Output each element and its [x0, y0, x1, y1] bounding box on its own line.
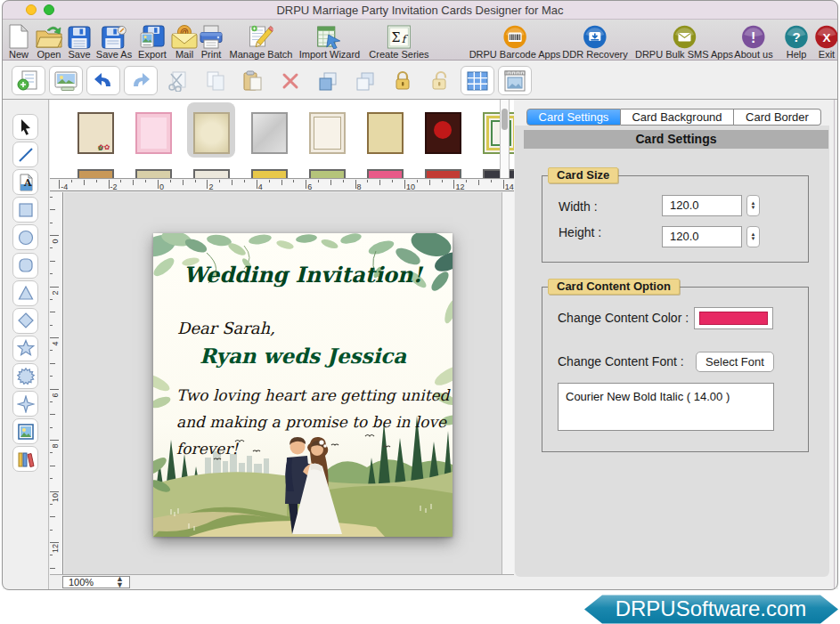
- toolbar-button-ddr-recovery[interactable]: DDR Recovery: [562, 21, 627, 60]
- paste-icon: [242, 70, 264, 92]
- delete-button: [273, 66, 307, 95]
- card-content-group: Card Content Option Change Content Color…: [542, 287, 809, 452]
- template-thumbnail-row2[interactable]: [77, 169, 114, 179]
- tool-rectangle[interactable]: [12, 197, 38, 223]
- invitation-card[interactable]: Wedding Invitation! Dear Sarah, Ryan wed…: [153, 233, 453, 537]
- height-stepper[interactable]: ▲▼: [746, 226, 760, 247]
- toolbar-button-save[interactable]: Save: [68, 21, 91, 60]
- toolbar-button-help[interactable]: ?Help: [785, 21, 809, 60]
- template-thumbnail-row2[interactable]: [367, 169, 404, 179]
- add-design-button[interactable]: [12, 66, 45, 95]
- width-stepper[interactable]: ▲▼: [746, 195, 760, 216]
- toolbar-button-barcode-apps[interactable]: DRPU Barcode Apps: [469, 21, 561, 60]
- card-message-text[interactable]: Two loving heart are getting unitedand m…: [176, 382, 450, 462]
- tool-star[interactable]: [12, 336, 38, 361]
- h-ruler-label: 0: [159, 182, 164, 191]
- tab-card-border[interactable]: Card Border: [734, 109, 821, 126]
- vertical-ruler: 024681012: [50, 192, 63, 574]
- template-thumbnail[interactable]: [193, 112, 230, 154]
- toolbar-button-save-as[interactable]: Save As: [96, 21, 132, 60]
- template-scroll-thumb[interactable]: [502, 109, 508, 130]
- zoom-stepper-icon[interactable]: ▲▼: [116, 576, 124, 588]
- template-thumbnail-row2[interactable]: [309, 169, 346, 179]
- toolbar-button-manage-batch[interactable]: Manage Batch: [230, 21, 293, 60]
- tool-image[interactable]: [12, 418, 38, 444]
- h-ruler-label: 14: [505, 182, 514, 191]
- template-gallery: ✿✿✿: [50, 100, 514, 179]
- card-title-text[interactable]: Wedding Invitation!: [153, 262, 453, 288]
- tool-library[interactable]: [12, 446, 38, 472]
- page-setup-button[interactable]: [498, 66, 532, 95]
- design-canvas[interactable]: Wedding Invitation! Dear Sarah, Ryan wed…: [64, 192, 514, 574]
- tool-text[interactable]: A: [12, 169, 38, 195]
- card-names-text[interactable]: Ryan weds Jessica: [153, 344, 453, 368]
- select-font-button[interactable]: Select Font: [696, 352, 774, 372]
- tool-ellipse[interactable]: [12, 224, 38, 250]
- tool-rounded-rectangle[interactable]: [12, 253, 38, 279]
- zoom-control[interactable]: 100% ▲▼: [62, 576, 130, 588]
- tool-pointer[interactable]: [12, 114, 38, 140]
- font-value-box[interactable]: Courier New Bold Italic ( 14.00 ): [558, 383, 774, 431]
- h-ruler-label: -4: [61, 182, 68, 191]
- toolbar-button-print[interactable]: Print: [199, 21, 224, 60]
- toolbar-button-open[interactable]: Open: [36, 21, 62, 60]
- toolbar-label: DRPU Bulk SMS Apps: [635, 49, 733, 60]
- template-thumbnail-row2[interactable]: [193, 169, 230, 179]
- tool-seal[interactable]: [12, 363, 38, 389]
- template-scrollbar[interactable]: [500, 100, 510, 178]
- cut-icon: [167, 70, 189, 92]
- card-size-tag: Card Size: [548, 167, 618, 183]
- toolbar-button-export[interactable]: Export: [138, 21, 167, 60]
- toolbar-button-new[interactable]: New: [8, 21, 29, 60]
- panel-scrollbar[interactable]: [834, 100, 835, 589]
- image-icon: [17, 423, 35, 441]
- v-ruler-label: 12: [51, 543, 60, 554]
- card-greeting-text[interactable]: Dear Sarah,: [177, 319, 275, 337]
- help-icon: ?: [785, 21, 809, 49]
- template-thumbnail[interactable]: [135, 112, 172, 154]
- undo-button[interactable]: [86, 66, 120, 95]
- cut-button: [161, 66, 195, 95]
- grid-button[interactable]: [461, 66, 494, 95]
- tool-four-point-star[interactable]: [12, 391, 38, 417]
- template-thumbnail[interactable]: [425, 112, 461, 154]
- width-input[interactable]: 120.0: [662, 195, 742, 216]
- template-thumbnail-row2[interactable]: [251, 169, 288, 179]
- template-thumbnail[interactable]: ✿✿✿: [77, 112, 114, 154]
- tab-card-settings[interactable]: Card Settings: [526, 109, 621, 126]
- toolbar-button-about-us[interactable]: !About us: [734, 21, 772, 60]
- h-ruler-label: 4: [258, 182, 263, 191]
- svg-text:!: !: [751, 30, 755, 45]
- tool-diamond[interactable]: [12, 308, 38, 334]
- paste-button: [236, 66, 270, 95]
- mail-icon: @: [171, 21, 198, 49]
- height-input[interactable]: 120.0: [662, 226, 742, 247]
- h-ruler-label: 8: [357, 182, 362, 191]
- content-color-swatch[interactable]: [694, 307, 773, 329]
- toolbar-button-create-series[interactable]: ΣfCreate Series: [369, 21, 428, 60]
- template-thumbnail[interactable]: [309, 112, 346, 154]
- tool-triangle[interactable]: [12, 280, 38, 306]
- toolbar-button-bulk-sms-apps[interactable]: DRPU Bulk SMS Apps: [635, 21, 733, 60]
- grid-icon: [466, 70, 489, 92]
- toolbar-label: Import Wizard: [299, 49, 360, 60]
- toolbar-label: DRPU Barcode Apps: [469, 49, 561, 60]
- tab-card-background[interactable]: Card Background: [621, 109, 734, 126]
- redo-button[interactable]: [124, 66, 158, 95]
- toolbar-button-mail[interactable]: @Mail: [171, 21, 198, 60]
- toolbar-button-import-wizard[interactable]: Import Wizard: [299, 21, 360, 60]
- template-thumbnail[interactable]: [367, 112, 404, 154]
- copy-icon: [205, 70, 226, 92]
- toolbar-button-exit[interactable]: XExit: [815, 21, 839, 60]
- bring-front-icon: [317, 70, 338, 92]
- canvas-scrollbar[interactable]: [502, 192, 514, 574]
- drpu-website-badge[interactable]: DRPUSoftware.com: [584, 595, 838, 624]
- toolbar-label: Exit: [819, 49, 835, 60]
- template-thumbnail-row2[interactable]: [135, 169, 172, 179]
- template-thumbnail-row2[interactable]: [425, 169, 461, 179]
- manage-batch-icon: [249, 21, 273, 49]
- tool-line[interactable]: [12, 142, 38, 167]
- insert-image-button[interactable]: [49, 66, 83, 95]
- rectangle-icon: [17, 201, 35, 219]
- template-thumbnail[interactable]: [251, 112, 288, 154]
